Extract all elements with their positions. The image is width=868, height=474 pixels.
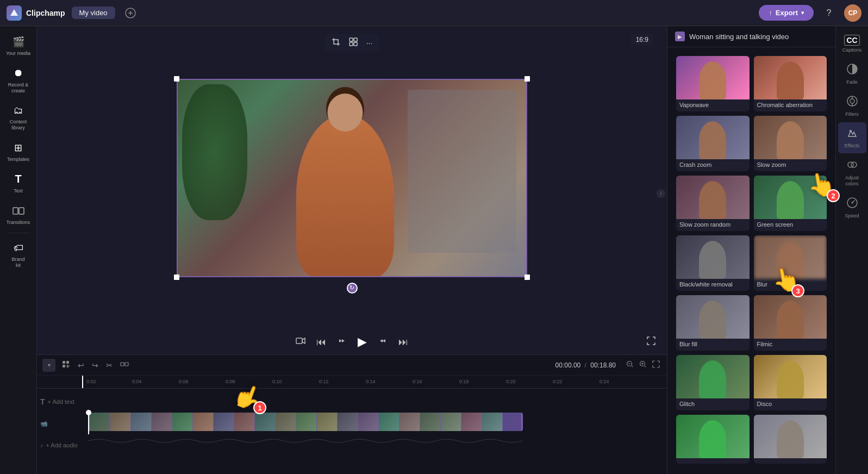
redo-button[interactable]: ↪ — [90, 359, 100, 371]
skip-forward-button[interactable]: ⏭ — [398, 336, 408, 348]
effect-glitch[interactable]: Glitch — [676, 355, 750, 410]
effect-disco[interactable]: Disco — [754, 355, 827, 410]
rotate-handle[interactable]: ↻ — [347, 283, 358, 294]
video-title-tab[interactable]: My video — [72, 7, 115, 19]
content-library-icon: 🗂 — [11, 103, 26, 117]
effect-extra-2[interactable] — [754, 415, 827, 464]
fade-label: Fade — [846, 79, 858, 85]
handle-bottom-left[interactable] — [174, 275, 179, 280]
ai-button[interactable] — [60, 358, 72, 372]
svg-rect-7 — [354, 42, 357, 46]
effects-list: Vaporwave Chromatic aberration — [667, 47, 835, 474]
sidebar-item-text[interactable]: T Text — [2, 168, 35, 198]
handle-bottom-right[interactable] — [524, 275, 530, 280]
templates-label: Templates — [7, 157, 29, 163]
video-background — [177, 79, 527, 277]
fit-button[interactable] — [651, 359, 661, 371]
track-thumb-15 — [379, 413, 399, 431]
export-button[interactable]: ↑ Export ▾ — [759, 5, 814, 21]
text-track-label: T + Add text — [40, 397, 84, 406]
transitions-label: Transitions — [7, 220, 30, 226]
tool-adjust-colors[interactable]: Adjustcolors — [838, 154, 866, 191]
effect-slow-zoom-label: Slow zoom — [754, 159, 827, 171]
help-button[interactable]: ? — [820, 4, 838, 22]
woman-thumb-4 — [777, 121, 804, 159]
sidebar-item-transitions[interactable]: Transitions — [2, 199, 35, 230]
tool-captions[interactable]: CC Captions — [838, 30, 866, 58]
effect-bw-removal[interactable]: Black/white removal — [676, 235, 750, 291]
effect-slow-zoom[interactable]: Slow zoom — [754, 116, 827, 171]
track-thumb-1 — [90, 413, 110, 431]
save-status-icon[interactable] — [122, 4, 139, 22]
text-track-icon: T — [40, 397, 45, 406]
add-audio-button[interactable]: + Add audio — [46, 442, 78, 448]
sidebar-item-brand-kit[interactable]: 🏷 Brandkit — [2, 236, 35, 273]
text-label: Text — [14, 188, 23, 194]
effect-extra-1[interactable] — [676, 415, 750, 464]
timeline-dropdown[interactable]: ▾ — [42, 359, 55, 372]
play-button[interactable]: ▶ — [358, 335, 367, 349]
tool-speed[interactable]: Speed — [838, 192, 866, 223]
sidebar-item-templates[interactable]: ⊞ Templates — [2, 136, 35, 167]
track-thumb-16 — [399, 413, 420, 431]
track-thumb-9 — [255, 413, 276, 431]
sidebar-item-your-media[interactable]: 🎬 Your media — [2, 30, 35, 61]
effect-filmic-thumb — [754, 295, 827, 339]
ruler-mark-008: 0:08 — [226, 379, 235, 384]
plant-decoration — [182, 84, 247, 220]
split-button[interactable] — [118, 358, 130, 372]
crop-button[interactable] — [329, 36, 343, 49]
zoom-out-button[interactable] — [625, 359, 635, 371]
svg-rect-12 — [121, 363, 124, 366]
ruler-mark-006: 0:06 — [179, 379, 189, 384]
timeline-area: ▾ ↩ ↪ ✂ 00:00.00 / 00:18.80 — [37, 354, 667, 474]
svg-rect-8 — [296, 338, 302, 344]
track-thumb-20 — [482, 413, 503, 431]
tool-fade[interactable]: Fade — [838, 59, 866, 90]
webcam-button[interactable] — [296, 336, 305, 348]
track-playhead — [88, 413, 89, 434]
brand-kit-icon: 🏷 — [11, 241, 26, 255]
effect-extra-2-thumb — [754, 415, 827, 458]
filters-label: Filters — [845, 111, 859, 117]
expand-panel-arrow[interactable]: › — [657, 189, 665, 198]
track-thumb-12 — [317, 413, 338, 431]
user-avatar[interactable]: CP — [844, 4, 861, 22]
effect-blur-fill-label: Blur fill — [676, 339, 750, 351]
sidebar-item-record-create[interactable]: ⏺ Record &create — [2, 62, 35, 98]
track-thumb-14 — [358, 413, 379, 431]
add-text-button[interactable]: + Add text — [48, 398, 74, 405]
rewind-button[interactable] — [337, 336, 347, 348]
tool-effects[interactable]: Effects — [838, 122, 866, 153]
effect-extra-1-label — [676, 458, 750, 464]
fullscreen-button[interactable] — [646, 336, 656, 348]
svg-rect-5 — [354, 38, 357, 41]
layout-button[interactable] — [346, 36, 360, 49]
forward-button[interactable] — [378, 336, 388, 348]
cut-button[interactable]: ✂ — [104, 359, 114, 371]
effect-slow-zoom-random[interactable]: Slow zoom random — [676, 176, 750, 231]
timeline-zoom-controls — [625, 359, 661, 371]
export-chevron: ▾ — [801, 10, 804, 16]
svg-point-21 — [850, 130, 852, 132]
playback-controls: ⏮ ▶ ⏭ — [37, 329, 667, 354]
effect-crash-zoom[interactable]: Crash zoom — [676, 116, 750, 171]
effect-chromatic[interactable]: Chromatic aberration — [754, 56, 827, 111]
undo-button[interactable]: ↩ — [76, 359, 86, 371]
track-thumb-19 — [461, 413, 482, 431]
video-track-clip[interactable] — [88, 413, 523, 431]
effect-vaporwave[interactable]: Vaporwave — [676, 56, 750, 111]
effect-blur[interactable]: Blur — [754, 235, 827, 291]
handle-top-right[interactable] — [524, 76, 530, 82]
effect-blur-fill[interactable]: Blur fill — [676, 295, 750, 351]
track-thumb-4 — [152, 413, 172, 431]
sidebar-item-content-library[interactable]: 🗂 Contentlibrary — [2, 99, 35, 135]
track-thumb-18 — [441, 413, 461, 431]
skip-back-button[interactable]: ⏮ — [316, 336, 326, 348]
tool-filters[interactable]: Filters — [838, 91, 866, 122]
effect-filmic[interactable]: Filmic — [754, 295, 827, 351]
zoom-in-button[interactable] — [638, 359, 648, 371]
more-options-button[interactable]: ··· — [364, 36, 376, 49]
handle-top-left[interactable] — [174, 76, 179, 82]
effect-green-screen[interactable]: Green screen — [754, 176, 827, 231]
